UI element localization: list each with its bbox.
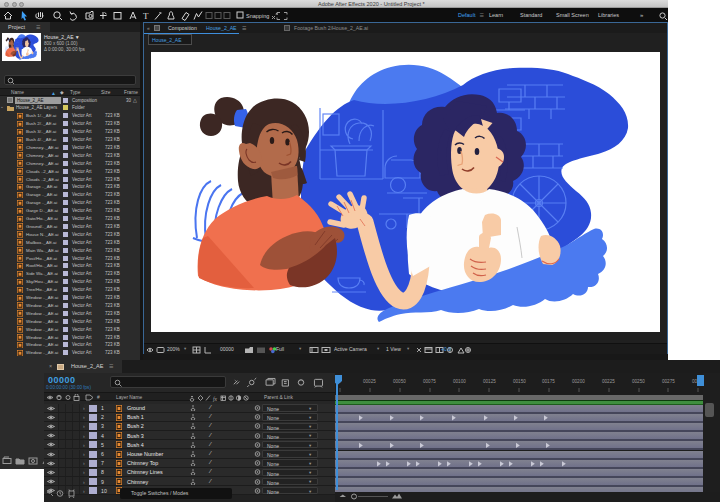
svg-text:T: T — [143, 11, 149, 21]
svg-text:Snapping: Snapping — [246, 13, 269, 19]
svg-text:fx: fx — [213, 395, 218, 401]
